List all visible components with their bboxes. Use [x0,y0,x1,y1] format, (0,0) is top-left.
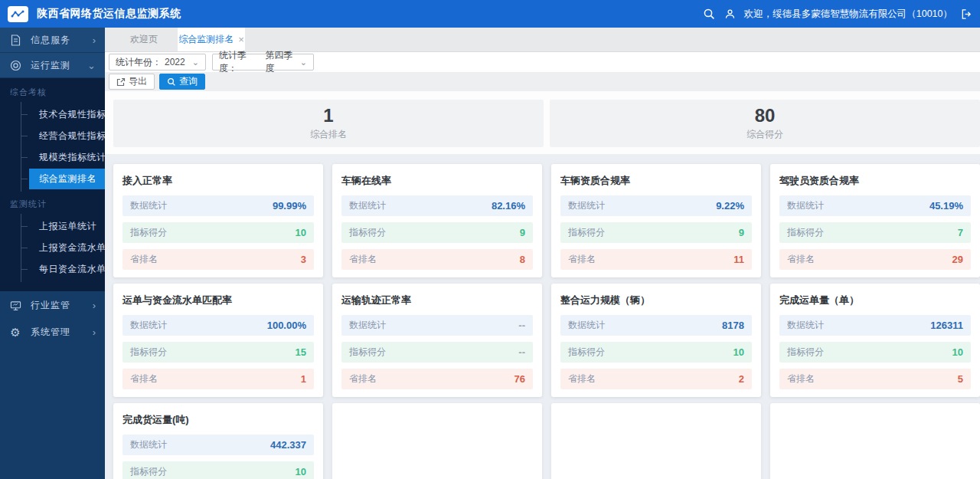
sidebar-item-system-management[interactable]: ⚙ 系统管理 › [0,320,105,345]
metric-cards-grid: 接入正常率 数据统计 99.99% 指标得分 10 省排名 3 车辆在线率 数据… [113,164,980,479]
sidebar-item-label: 信息服务 [31,34,70,47]
quarter-select-label: 统计季度： [219,49,263,75]
stat-row-value: 99.99% [273,200,306,212]
metric-card: 完成运单量（单） 数据统计 126311 指标得分 10 省排名 5 [770,284,980,397]
score-row: 指标得分 9 [341,222,533,243]
rank-row-value: 76 [514,373,525,385]
main-area: 欢迎页 综合监测排名 × 统计年份： 2022 ⌄ 统计季度： 第四季度 ⌄ [105,28,980,479]
summary-label: 综合排名 [310,128,347,141]
score-row-label: 指标得分 [568,346,605,359]
search-icon[interactable] [703,8,716,21]
score-row: 指标得分 7 [779,222,971,243]
stat-row-value: 82.16% [492,200,525,212]
app-logo [8,6,28,22]
stat-row-label: 数据统计 [787,199,824,212]
score-row-value: 10 [296,466,306,477]
sidebar-subitem[interactable]: 上报资金流水单统计 [29,238,105,258]
metric-card: 车辆在线率 数据统计 82.16% 指标得分 9 省排名 8 [332,164,542,277]
stat-row-label: 数据统计 [349,319,386,332]
stat-row-value: 442.337 [270,439,306,451]
score-row: 指标得分 15 [122,342,314,363]
stat-row-label: 数据统计 [787,319,824,332]
metric-card: 完成货运量(吨) 数据统计 442.337 指标得分 10 省排名 5 [113,403,323,479]
score-row: 指标得分 -- [341,342,533,363]
stat-row-value: -- [518,320,525,331]
sidebar-subitem[interactable]: 综合监测排名 [29,169,105,189]
sidebar: 信息服务 › 运行监测 ⌄ 综合考核技术合规性指标统计经营合规性指标统计规模类指… [0,28,105,479]
tab-comprehensive-ranking[interactable]: 综合监测排名 × [178,28,245,51]
sidebar-item-label: 运行监测 [31,59,70,72]
stat-row: 数据统计 442.337 [122,435,314,455]
sidebar-sublist: 上报运单统计上报资金流水单统计每日资金流水单统计 [21,214,105,282]
app-title: 陕西省网络货运信息监测系统 [37,7,181,21]
chevron-down-icon: ⌄ [300,58,307,67]
stat-row: 数据统计 82.16% [341,195,533,216]
rank-row: 省排名 8 [341,249,533,270]
score-row-label: 指标得分 [349,226,386,239]
stat-row: 数据统计 126311 [779,315,971,336]
metric-card-title: 接入正常率 [122,174,314,188]
score-row: 指标得分 10 [122,461,314,479]
sidebar-item-operation-monitor[interactable]: 运行监测 ⌄ [0,53,105,78]
score-row-label: 指标得分 [130,465,167,478]
metric-card: 车辆资质合规率 数据统计 9.22% 指标得分 9 省排名 11 [551,164,761,277]
tab-welcome[interactable]: 欢迎页 [110,28,178,51]
metric-card: 运单与资金流水单匹配率 数据统计 100.00% 指标得分 15 省排名 1 [113,284,323,397]
rank-row: 省排名 2 [560,369,752,389]
score-row-value: -- [518,346,525,358]
rank-row-label: 省排名 [568,372,596,385]
score-row-label: 指标得分 [787,346,824,359]
query-button-label: 查询 [179,75,198,88]
stat-row: 数据统计 9.22% [560,195,752,216]
year-select-label: 统计年份： [116,56,162,69]
stat-row: 数据统计 99.99% [122,195,314,216]
summary-value: 80 [755,106,776,126]
sidebar-item-info-service[interactable]: 信息服务 › [0,28,105,53]
metric-card-title: 车辆在线率 [341,174,533,188]
rank-row-label: 省排名 [787,253,815,266]
stat-row-label: 数据统计 [130,319,167,332]
empty-card [551,403,761,479]
summary-card-ranking: 1 综合排名 [113,100,544,147]
stat-row-label: 数据统计 [349,199,386,212]
export-button[interactable]: 导出 [109,74,155,90]
tab-close-icon[interactable]: × [238,34,244,44]
query-button[interactable]: 查询 [159,74,205,90]
sidebar-group-label: 监测统计 [0,192,105,214]
empty-card [332,403,542,479]
metric-card-title: 运输轨迹正常率 [341,294,533,307]
file-icon [9,34,21,46]
rank-row-label: 省排名 [130,253,158,266]
stat-row-value: 8178 [722,320,744,331]
rank-row-value: 3 [301,254,306,265]
sidebar-subitem[interactable]: 每日资金流水单统计 [29,259,105,280]
rank-row-value: 1 [301,373,306,385]
rank-row-label: 省排名 [568,253,596,266]
sidebar-subitem[interactable]: 经营合规性指标统计 [29,126,105,146]
quarter-select[interactable]: 统计季度： 第四季度 ⌄ [212,54,314,71]
stat-row: 数据统计 8178 [560,315,752,336]
summary-card-score: 80 综合得分 [550,100,980,147]
year-select[interactable]: 统计年份： 2022 ⌄ [109,54,206,71]
score-row-value: 15 [296,346,306,358]
logout-icon[interactable] [961,8,972,20]
score-row-value: 9 [520,227,525,238]
rank-row-label: 省排名 [130,372,158,385]
rank-row: 省排名 3 [122,249,314,270]
sidebar-subitem[interactable]: 规模类指标统计 [29,147,105,168]
sidebar-item-label: 行业监管 [31,299,70,312]
metric-card-title: 完成运单量（单） [779,294,971,307]
sidebar-subitem[interactable]: 技术合规性指标统计 [29,104,105,125]
score-row-value: 10 [296,227,306,238]
tab-label: 欢迎页 [130,33,158,46]
rank-row-value: 5 [958,373,963,385]
stat-row-value: 9.22% [716,200,744,212]
score-row: 指标得分 10 [122,222,314,243]
sidebar-subitem[interactable]: 上报运单统计 [29,216,105,237]
chevron-down-icon: ⌄ [192,58,199,67]
top-bar: 陕西省网络货运信息监测系统 欢迎，绥德县多蒙德智慧物流有限公司（10010） [0,0,980,28]
rank-row-value: 8 [520,254,525,265]
stat-row: 数据统计 45.19% [779,195,971,216]
sidebar-item-industry-supervision[interactable]: 行业监管 › [0,293,105,318]
score-row: 指标得分 10 [560,342,752,363]
